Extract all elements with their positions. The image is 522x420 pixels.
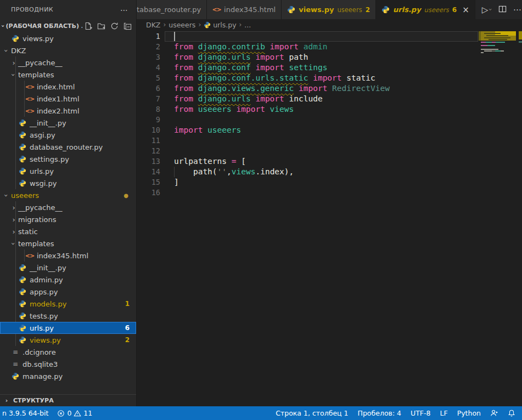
line-number: 1 (137, 31, 160, 42)
python-file-icon (18, 155, 27, 163)
tree-item-tests.py[interactable]: tests.py (0, 310, 136, 322)
eol-item[interactable]: LF (440, 409, 448, 417)
chevron-right-icon[interactable]: › (9, 59, 18, 67)
code-line-10[interactable]: 10import useeers (137, 125, 522, 135)
tree-item-label: migrations (18, 215, 57, 224)
tab-urls.py[interactable]: urls.pyuseeers6× (376, 0, 475, 19)
tree-item-__pycache__[interactable]: ›__pycache__ (0, 56, 136, 69)
chevron-down-icon: › (2, 22, 4, 30)
code-line-text: ] (160, 177, 179, 188)
notifications-bell-icon[interactable] (508, 409, 515, 417)
tree-item-.dcignore[interactable]: ≡.dcignore (0, 346, 136, 358)
code-line-14[interactable]: 14 path('',views.index), (137, 167, 522, 177)
tree-item-views.py[interactable]: views.py2 (0, 334, 136, 346)
language-mode-item[interactable]: Python (457, 409, 481, 417)
tree-item-migrations[interactable]: ›migrations (0, 213, 136, 225)
breadcrumb-label: ... (244, 21, 251, 29)
tree-item-urls.py[interactable]: urls.py6 (0, 322, 136, 334)
code-line-text (160, 135, 174, 146)
tree-item-index2.html[interactable]: <>index2.html (0, 105, 136, 117)
tree-item-manage.py[interactable]: manage.py (0, 370, 136, 382)
tree-item-index.html[interactable]: <>index.html (0, 81, 136, 93)
tree-item-index345.html[interactable]: <>index345.html (0, 249, 136, 262)
tree-item-__pycache__[interactable]: ›__pycache__ (0, 201, 136, 213)
code-line-6[interactable]: 6from django.views.generic import Redire… (137, 83, 522, 94)
chevron-right-icon[interactable]: › (9, 215, 18, 224)
refresh-icon[interactable] (110, 22, 119, 30)
tree-item-settings.py[interactable]: settings.py (0, 153, 136, 165)
code-line-5[interactable]: 5from django.conf.urls.static import sta… (137, 73, 522, 83)
tree-item-useeers[interactable]: ›useeers● (0, 189, 136, 201)
close-icon[interactable]: × (462, 5, 469, 15)
chevron-down-icon[interactable]: › (2, 191, 11, 200)
chevron-down-icon[interactable]: › (487, 8, 494, 10)
explorer-more-actions-icon[interactable]: ⋯ (120, 5, 128, 14)
tree-item-apps.py[interactable]: apps.py (0, 286, 136, 298)
code-line-1[interactable]: 1 (137, 31, 522, 42)
split-editor-icon[interactable] (498, 5, 507, 15)
tab-label: urls.py (393, 5, 421, 14)
chevron-down-icon[interactable]: › (9, 240, 18, 248)
python-file-icon (204, 21, 211, 29)
tree-item-views.py[interactable]: views.py (0, 32, 136, 44)
tree-item-label: static (18, 228, 38, 236)
run-python-file-button[interactable]: ▷› (482, 5, 492, 15)
breadcrumb-item[interactable]: DKZ (146, 21, 160, 29)
breadcrumb[interactable]: DKZ›useeers›urls.py›... (137, 19, 522, 30)
new-file-icon[interactable] (84, 22, 92, 30)
python-interpreter-item[interactable]: n 3.9.5 64-bit (2, 409, 48, 417)
tree-item-DKZ[interactable]: ›DKZ (0, 44, 136, 56)
tree-item-templates[interactable]: ›templates (0, 69, 136, 81)
tab-folder-description: useeers (424, 6, 449, 14)
code-line-3[interactable]: 3from django.urls import path (137, 52, 522, 63)
breadcrumb-item[interactable]: urls.py (204, 21, 236, 29)
breadcrumb-item[interactable]: ... (244, 21, 251, 29)
tree-item-static[interactable]: ›static (0, 225, 136, 237)
code-line-15[interactable]: 15] (137, 177, 522, 188)
chevron-right-icon[interactable]: › (9, 228, 18, 236)
breadcrumb-item[interactable]: useeers (169, 21, 195, 29)
tree-item-templates[interactable]: ›templates (0, 237, 136, 249)
tree-item-models.py[interactable]: models.py1 (0, 298, 136, 310)
code-line-11[interactable]: 11 (137, 135, 522, 146)
code-line-13[interactable]: 13urlpatterns = [ (137, 156, 522, 167)
tree-item-label: templates (18, 71, 54, 79)
python-file-icon (18, 323, 27, 332)
code-line-2[interactable]: 2from django.contrib import admin (137, 42, 522, 52)
tab-index345.html[interactable]: <>index345.html (207, 0, 282, 19)
cursor-position-item[interactable]: Строка 1, столбец 1 (276, 409, 348, 417)
tab-views.py[interactable]: views.pyuseeers2 (282, 0, 376, 19)
feedback-icon[interactable] (490, 409, 498, 417)
encoding-item[interactable]: UTF-8 (411, 409, 430, 417)
code-line-8[interactable]: 8from useeers import views (137, 104, 522, 115)
tab-tabase_roouter.py[interactable]: tabase_roouter.py (137, 0, 207, 19)
code-line-9[interactable]: 9 (137, 115, 522, 125)
tree-item-database_roouter.py[interactable]: database_roouter.py (0, 141, 136, 153)
tree-item-urls.py[interactable]: urls.py (0, 165, 136, 177)
indentation-item[interactable]: Пробелов: 4 (358, 409, 402, 417)
workspace-section-header[interactable]: › (РАБОЧАЯ ОБЛАСТЬ) ... (0, 19, 136, 32)
new-folder-icon[interactable] (97, 22, 105, 30)
outline-section-header[interactable]: › СТРУКТУРА (0, 394, 136, 406)
tree-item-__init__.py[interactable]: __init__.py (0, 262, 136, 274)
code-line-text: from django.urls import path (160, 52, 308, 63)
chevron-down-icon[interactable]: › (9, 71, 18, 79)
tree-item-label: index2.html (37, 107, 80, 115)
code-line-7[interactable]: 7from django.urls import include (137, 94, 522, 104)
chevron-down-icon[interactable]: › (2, 47, 11, 55)
tree-item-asgi.py[interactable]: asgi.py (0, 129, 136, 141)
problems-item[interactable]: 0 11 (57, 409, 92, 417)
code-line-16[interactable]: 16 (137, 188, 522, 198)
code-editor[interactable]: 12from django.contrib import admin3from … (137, 30, 522, 406)
tree-item-__init__.py[interactable]: __init__.py (0, 117, 136, 129)
minimap[interactable] (479, 30, 522, 406)
tree-item-wsgi.py[interactable]: wsgi.py (0, 177, 136, 189)
tree-item-index1.html[interactable]: <>index1.html (0, 93, 136, 105)
more-actions-icon[interactable]: ⋯ (513, 5, 522, 15)
chevron-right-icon[interactable]: › (9, 203, 18, 212)
code-line-4[interactable]: 4from django.conf import settings (137, 63, 522, 73)
tree-item-db.sqlite3[interactable]: ≡db.sqlite3 (0, 358, 136, 370)
collapse-all-icon[interactable] (124, 22, 132, 30)
tree-item-admin.py[interactable]: admin.py (0, 274, 136, 286)
code-line-12[interactable]: 12 (137, 146, 522, 156)
